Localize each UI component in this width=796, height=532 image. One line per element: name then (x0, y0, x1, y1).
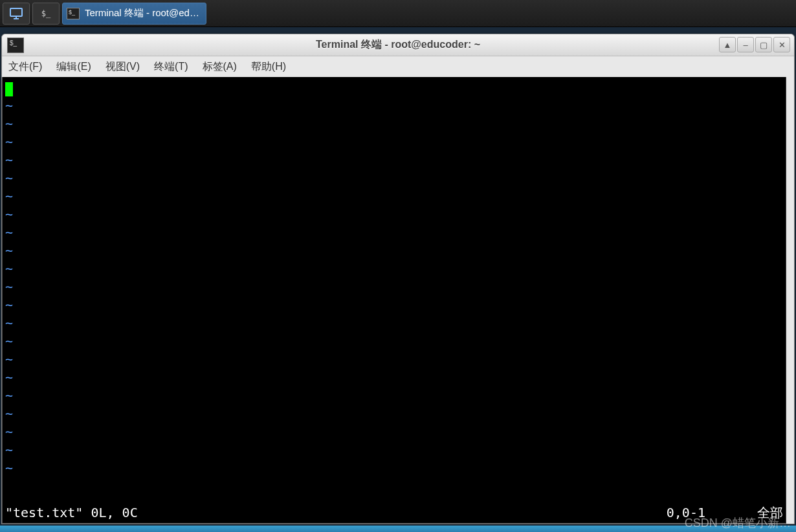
menu-help[interactable]: 帮助(H) (251, 60, 286, 74)
window-minimize-button[interactable]: – (737, 37, 754, 52)
empty-line-marker: ~ (5, 115, 783, 133)
empty-line-marker: ~ (5, 296, 783, 314)
window-maximize-button[interactable]: ▢ (755, 37, 772, 52)
window-title: Terminal 终端 - root@educoder: ~ (2, 38, 794, 52)
menu-terminal[interactable]: 终端(T) (154, 60, 188, 74)
window-controls: ▲ – ▢ ✕ (719, 37, 790, 52)
editor-line-1 (5, 78, 783, 96)
empty-line-marker: ~ (5, 423, 783, 441)
menu-bar: 文件(F) 编辑(E) 视图(V) 终端(T) 标签(A) 帮助(H) (2, 56, 794, 77)
empty-line-marker: ~ (5, 133, 783, 151)
window-titlebar[interactable]: $_ Terminal 终端 - root@educoder: ~ ▲ – ▢ … (2, 34, 794, 56)
menu-tabs[interactable]: 标签(A) (203, 60, 237, 74)
terminal-window: $_ Terminal 终端 - root@educoder: ~ ▲ – ▢ … (1, 34, 795, 524)
vim-file-status: "test.txt" 0L, 0C (5, 504, 138, 522)
empty-line-marker: ~ (5, 96, 783, 115)
empty-line-marker: ~ (5, 405, 783, 423)
cursor (5, 82, 13, 96)
empty-line-marker: ~ (5, 241, 783, 260)
empty-line-marker: ~ (5, 314, 783, 332)
vim-scroll-pos: 全部 (757, 504, 783, 522)
desktop-background-stripe (0, 526, 796, 532)
show-desktop-icon[interactable] (3, 3, 30, 25)
terminal-icon: $_ (67, 8, 80, 19)
desktop-taskbar: $_ $_ Terminal 终端 - root@ed… (0, 0, 796, 27)
terminal-viewport[interactable]: ~ ~ ~ ~ ~ ~ ~ ~ ~ ~ ~ ~ ~ ~ ~ ~ ~ ~ ~ ~ … (2, 77, 786, 524)
empty-line-marker: ~ (5, 151, 783, 169)
empty-line-marker: ~ (5, 332, 783, 350)
empty-line-marker: ~ (5, 223, 783, 241)
vim-status-line: "test.txt" 0L, 0C 0,0-1 全部 (5, 504, 783, 522)
window-shade-button[interactable]: ▲ (719, 37, 736, 52)
menu-edit[interactable]: 编辑(E) (56, 60, 91, 74)
empty-line-marker: ~ (5, 278, 783, 296)
empty-line-marker: ~ (5, 169, 783, 187)
svg-rect-0 (10, 8, 22, 16)
taskbar-app-label: Terminal 终端 - root@ed… (85, 7, 199, 19)
empty-line-marker: ~ (5, 187, 783, 205)
empty-line-marker: ~ (5, 205, 783, 223)
vim-cursor-pos: 0,0-1 (667, 504, 705, 522)
menu-file[interactable]: 文件(F) (8, 60, 42, 74)
terminal-icon: $_ (7, 38, 24, 53)
empty-line-marker: ~ (5, 350, 783, 368)
empty-line-marker: ~ (5, 459, 783, 477)
empty-line-marker: ~ (5, 260, 783, 278)
terminal-launcher-icon[interactable]: $_ (32, 3, 60, 25)
taskbar-app-terminal[interactable]: $_ Terminal 终端 - root@ed… (62, 3, 206, 25)
empty-line-marker: ~ (5, 441, 783, 459)
menu-view[interactable]: 视图(V) (105, 60, 140, 74)
empty-line-marker: ~ (5, 368, 783, 386)
empty-line-marker: ~ (5, 386, 783, 405)
window-close-button[interactable]: ✕ (773, 37, 790, 52)
